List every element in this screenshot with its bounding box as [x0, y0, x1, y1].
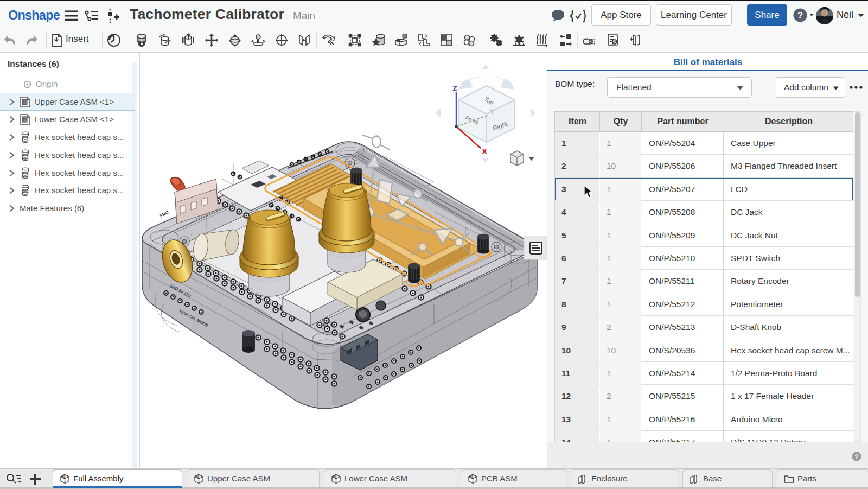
svg-text:?: ? [854, 453, 858, 461]
svg-text:Z: Z [452, 84, 457, 93]
svg-text:Y: Y [490, 107, 495, 116]
svg-text:X: X [482, 147, 487, 156]
svg-text:?: ? [797, 10, 803, 21]
svg-text:FRO: FRO [159, 210, 169, 219]
